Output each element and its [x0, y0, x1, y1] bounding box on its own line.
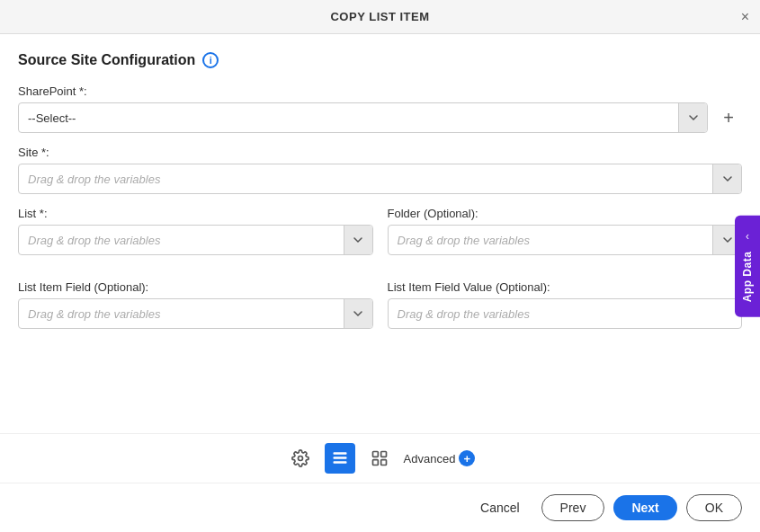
list-item-field-value-label: List Item Field Value (Optional): [388, 280, 743, 294]
folder-input[interactable] [389, 234, 713, 247]
modal-body: Source Site Configuration i SharePoint *… [0, 34, 760, 433]
site-dropdown-arrow[interactable] [712, 164, 741, 193]
list-input[interactable] [19, 234, 344, 247]
side-tab-label: App Data [741, 252, 754, 303]
svg-rect-5 [380, 452, 386, 457]
gear-icon [291, 449, 309, 467]
list-item-field-label: List Item Field (Optional): [18, 280, 373, 294]
list-item-field-group: List Item Field (Optional): [18, 280, 373, 329]
grid-view-button[interactable] [364, 443, 395, 474]
sharepoint-field-group: SharePoint *: --Select-- [18, 84, 708, 133]
list-input-wrapper [18, 225, 373, 255]
svg-rect-4 [372, 452, 378, 457]
site-input-wrapper [18, 164, 742, 194]
chevron-down-icon [353, 235, 362, 244]
list-label: List *: [18, 207, 373, 220]
cancel-button[interactable]: Cancel [468, 495, 532, 520]
list-view-button[interactable] [325, 443, 355, 474]
section-title-text: Source Site Configuration [18, 52, 195, 68]
side-tab-arrow-icon: ‹ [746, 230, 749, 243]
add-sharepoint-button[interactable]: + [715, 102, 742, 133]
chevron-down-icon [723, 235, 732, 244]
site-input[interactable] [19, 173, 712, 186]
svg-rect-2 [333, 457, 346, 459]
site-label: Site *: [18, 146, 742, 159]
list-item-field-value-input[interactable] [388, 298, 743, 329]
folder-label: Folder (Optional): [388, 207, 743, 220]
list-item-field-dropdown-arrow[interactable] [344, 299, 372, 328]
chevron-down-icon [723, 174, 732, 183]
svg-point-0 [298, 457, 302, 461]
list-dropdown-arrow[interactable] [344, 226, 372, 254]
list-folder-row: List *: Folder (Optional): [18, 207, 742, 268]
modal-container: COPY LIST ITEM × Source Site Configurati… [0, 0, 760, 532]
advanced-label: Advanced [404, 452, 456, 466]
sharepoint-select[interactable]: --Select-- [18, 102, 708, 133]
sharepoint-label: SharePoint *: [18, 84, 708, 98]
folder-input-wrapper [388, 225, 743, 255]
list-item-field-row: List Item Field (Optional): List Item Fi… [18, 280, 742, 341]
svg-rect-3 [333, 461, 346, 464]
sharepoint-dropdown-arrow[interactable] [678, 103, 707, 132]
svg-rect-7 [380, 460, 386, 466]
close-button[interactable]: × [741, 10, 749, 24]
sharepoint-row: SharePoint *: --Select-- + [18, 84, 742, 133]
chevron-down-icon [689, 113, 698, 122]
list-item-field-input-wrapper [18, 298, 373, 329]
list-field-group: List *: [18, 207, 373, 255]
footer-actions: Cancel Prev Next OK [0, 483, 760, 532]
list-icon [331, 449, 349, 467]
info-icon[interactable]: i [202, 52, 219, 68]
folder-field-group: Folder (Optional): [388, 207, 743, 255]
modal-header: COPY LIST ITEM × [0, 0, 760, 34]
ok-button[interactable]: OK [686, 494, 742, 521]
next-button[interactable]: Next [613, 495, 676, 520]
section-title-row: Source Site Configuration i [18, 52, 742, 68]
svg-rect-1 [333, 452, 346, 455]
modal-title: COPY LIST ITEM [330, 10, 429, 23]
settings-icon-button[interactable] [285, 443, 316, 474]
list-item-field-input[interactable] [19, 307, 344, 321]
prev-button[interactable]: Prev [541, 494, 605, 521]
app-data-side-tab[interactable]: ‹ App Data [735, 216, 760, 317]
chevron-down-icon [353, 309, 362, 318]
advanced-plus-icon: + [459, 450, 475, 466]
sharepoint-value: --Select-- [19, 111, 678, 125]
footer-toolbar: Advanced + [0, 433, 760, 483]
list-item-field-value-group: List Item Field Value (Optional): [388, 280, 743, 329]
grid-icon [371, 449, 389, 467]
site-field-group: Site *: [18, 146, 742, 194]
advanced-button[interactable]: Advanced + [404, 450, 476, 466]
svg-rect-6 [372, 460, 378, 466]
